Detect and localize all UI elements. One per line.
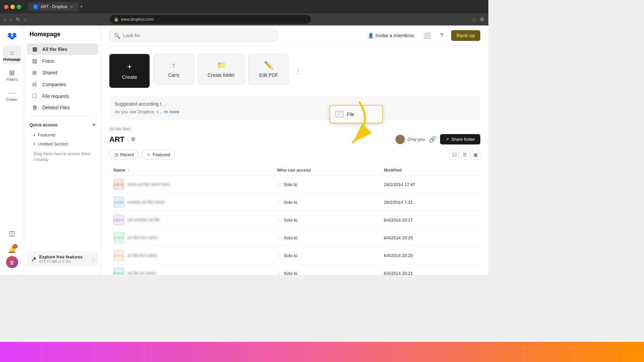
list-view-button[interactable]: ☰ <box>460 150 470 160</box>
panel-toggle[interactable]: ◫ <box>3 224 21 243</box>
access-label: Solo tú <box>284 271 297 275</box>
bookmark-icon[interactable]: ☆ <box>472 16 476 23</box>
star-button[interactable]: ☆ <box>277 252 282 259</box>
companies-icon: ⊟ <box>32 81 39 87</box>
star-button[interactable]: ☆ <box>277 235 282 241</box>
untitled-arrow: ▾ <box>34 142 35 146</box>
link-icon[interactable]: 🔗 <box>429 136 436 143</box>
carry-button[interactable]: ↑ Carry <box>154 54 194 85</box>
quick-access-add-icon[interactable]: + <box>93 122 96 128</box>
reload-button[interactable]: ↻ <box>16 16 20 23</box>
invite-members-button[interactable]: 👤 Invitar a miembros <box>365 31 418 40</box>
file-thumbnail: art file six name <box>113 268 124 275</box>
folders-label: Folders <box>6 78 17 81</box>
tab-recent[interactable]: ◷ Recent <box>109 150 139 160</box>
folder-settings-button[interactable]: ⚙ <box>128 135 138 144</box>
file-name-cell: art file six name art file six name <box>113 268 269 275</box>
explore-banner[interactable]: ↗ Explore free features 672.87 MB or 5 G… <box>27 251 98 267</box>
grid-view-button[interactable]: ⬜ <box>449 150 459 160</box>
search-input[interactable] <box>123 33 273 38</box>
sidebar-item-folders[interactable]: ⊞ Folders <box>3 66 21 84</box>
star-button[interactable]: ☆ <box>277 270 282 275</box>
file-table: Name ↑ Who can access Modified some art … <box>109 165 480 275</box>
invite-icon: 👤 <box>368 33 374 38</box>
sidebar-item-shared[interactable]: ⊞ Shared <box>27 67 98 78</box>
explore-title: Explore free features <box>39 254 90 259</box>
sidebar-item-companies[interactable]: ⊟ Companies <box>27 78 98 90</box>
forward-button[interactable]: › <box>10 16 11 22</box>
access-column-header: Who can access <box>273 165 380 176</box>
file-thumbnail: another art file name <box>113 197 124 207</box>
topbar-actions: 👤 Invitar a miembros ⬜ ? Rank up <box>365 30 480 41</box>
new-tab-button[interactable]: + <box>80 3 84 10</box>
help-button[interactable]: ? <box>436 30 447 41</box>
file-icon: 📄 <box>335 111 343 117</box>
sidebar-item-all-files[interactable]: ▦ All the files <box>27 43 98 55</box>
edit-pdf-button[interactable]: ✏️ Edit PDF <box>249 54 289 85</box>
extensions-icon[interactable]: ⚙ <box>480 16 484 23</box>
sidebar-item-deleted-files[interactable]: 🗑 Deleted Files <box>27 102 98 113</box>
files-section: All the files ART ⚙ Only you 🔗 ↗ Share f… <box>109 126 480 275</box>
minimize-button[interactable] <box>10 5 15 9</box>
learn-more-link[interactable]: rn more <box>164 109 179 114</box>
tile-view-button[interactable]: ▦ <box>471 150 480 160</box>
sidebar-item-fotos[interactable]: ▨ Fotos <box>27 55 98 67</box>
further-icon: ⋯ <box>9 89 15 97</box>
name-column-header[interactable]: Name ↑ <box>109 165 273 176</box>
table-row[interactable]: art file four name art file four name ☆ … <box>109 229 480 247</box>
all-files-label: All the files <box>42 47 67 52</box>
suggested-desc: As you use Dropbox, s… rn more <box>115 109 475 114</box>
share-folder-button[interactable]: ↗ Share folder <box>440 134 480 144</box>
address-bar: ‹ › ↻ ⌂ 🔒 www.dropbox.com ☆ ⚙ <box>0 13 488 25</box>
sidebar-item-homepage[interactable]: ⌂ Homepage <box>3 46 21 64</box>
close-button[interactable] <box>4 5 8 9</box>
quick-actions: + Create ↑ Carry 📄 File <box>109 54 480 88</box>
dropbox-logo[interactable] <box>6 29 18 42</box>
create-button[interactable]: + Create <box>109 54 150 88</box>
active-tab[interactable]: D ART - Dropbox ✕ <box>28 2 78 11</box>
only-you-indicator: Only you <box>395 135 425 144</box>
untitled-section[interactable]: ▾ Untitled Section <box>24 139 101 148</box>
table-row[interactable]: yet another art file yet another art fil… <box>109 211 480 229</box>
star-button[interactable]: ☆ <box>277 199 282 205</box>
featured-section[interactable]: ▾ Featured <box>24 130 101 139</box>
table-row[interactable]: another art file name another art file n… <box>109 193 480 211</box>
table-row[interactable]: art file five name art file five name ☆ … <box>109 247 480 264</box>
tab-close-btn[interactable]: ✕ <box>70 5 73 9</box>
fotos-icon: ▨ <box>32 58 39 64</box>
search-bar[interactable]: 🔍 <box>109 29 277 42</box>
help-icon: ? <box>440 32 443 39</box>
tab-featured[interactable]: ☆ Featured <box>142 150 175 160</box>
star-button[interactable]: ☆ <box>277 217 282 223</box>
table-row[interactable]: art file six name art file six name ☆ So… <box>109 264 480 275</box>
home-icon: ⌂ <box>10 49 14 57</box>
table-row[interactable]: some art file name here some art file na… <box>109 176 480 193</box>
rank-up-button[interactable]: Rank up <box>451 30 480 41</box>
quick-access-header[interactable]: Quick access + <box>24 119 101 130</box>
create-label: Create <box>122 74 137 80</box>
featured-arrow: ▾ <box>34 133 35 137</box>
more-actions-button[interactable]: ⋮ <box>293 66 304 76</box>
deleted-files-label: Deleted Files <box>42 105 70 110</box>
sidebar-item-further[interactable]: ⋯ Further <box>3 86 21 105</box>
create-folder-button[interactable]: 📁 Create folder <box>198 54 245 85</box>
section-label: All the files <box>109 126 480 131</box>
maximize-button[interactable] <box>17 5 21 9</box>
user-avatar[interactable]: g <box>6 256 18 268</box>
upload-dropdown: 📄 File <box>329 105 383 123</box>
file-name-cell: yet another art file yet another art fil… <box>113 215 269 225</box>
file-requests-icon: ☐ <box>32 93 39 99</box>
home-button[interactable]: ⌂ <box>24 16 28 22</box>
featured-tab-label: Featured <box>153 152 170 157</box>
screen-share-button[interactable]: ⬜ <box>422 30 432 41</box>
star-button[interactable]: ☆ <box>277 181 282 188</box>
modified-date: 6/4/2014 20:21 <box>380 264 480 275</box>
browser-chrome: D ART - Dropbox ✕ + <box>0 0 488 13</box>
upload-file-item[interactable]: 📄 File <box>330 107 382 121</box>
sidebar-item-file-requests[interactable]: ☐ File requests <box>27 90 98 102</box>
back-button[interactable]: ‹ <box>4 16 6 22</box>
url-bar[interactable]: 🔒 www.dropbox.com <box>110 15 311 24</box>
notification-icon[interactable]: 🔔 7 <box>8 245 16 253</box>
recent-icon: ◷ <box>114 152 118 157</box>
carry-label: Carry <box>168 72 179 78</box>
